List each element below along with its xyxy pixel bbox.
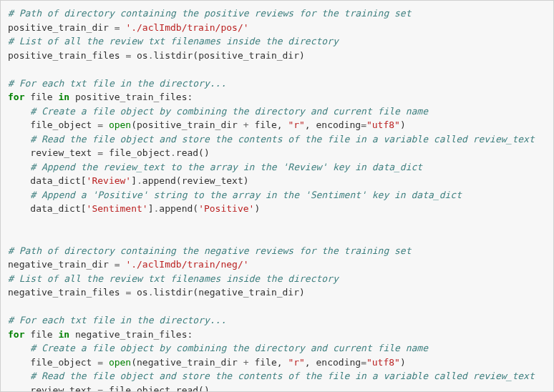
operator: . — [148, 50, 154, 61]
code-text: negative_train_files: — [69, 329, 193, 340]
string-literal: 'Sentiment' — [87, 203, 148, 214]
code-text: file — [24, 329, 58, 340]
operator: + — [243, 357, 249, 368]
string-literal: "r" — [288, 357, 304, 368]
code-text: data_dict[ — [8, 203, 87, 214]
string-literal: 'Review' — [87, 175, 132, 186]
code-text: negative_train_files — [8, 287, 125, 298]
indent — [8, 190, 30, 200]
code-text: ) — [400, 119, 406, 130]
code-text: , encoding — [305, 357, 361, 368]
code-text: positive_train_dir — [8, 22, 115, 33]
string-literal: "utf8" — [366, 357, 400, 368]
comment: # List of all the review txt filenames i… — [8, 273, 339, 284]
code-text — [103, 357, 109, 368]
code-text: listdir(positive_train_dir) — [154, 50, 305, 61]
operator: = — [97, 147, 103, 158]
code-text: append( — [159, 203, 198, 214]
comment: # Create a file object by combining the … — [30, 106, 428, 117]
code-text: positive_train_files: — [69, 92, 193, 102]
keyword-in: in — [58, 92, 69, 102]
operator: . — [170, 385, 176, 393]
operator: . — [170, 147, 176, 158]
code-text: ) — [400, 357, 406, 368]
code-text: listdir(negative_train_dir) — [154, 287, 305, 298]
keyword-for: for — [8, 92, 24, 102]
keyword-for: for — [8, 329, 24, 340]
operator: = — [361, 357, 366, 368]
code-text: file, — [249, 357, 288, 368]
operator: = — [97, 385, 103, 393]
code-text: data_dict[ — [8, 175, 87, 186]
builtin-open: open — [109, 357, 131, 368]
operator: . — [148, 287, 154, 298]
comment: # For each txt file in the directory... — [8, 315, 226, 325]
comment: # Read the file object and store the con… — [30, 371, 534, 381]
indent — [8, 106, 30, 117]
operator: = — [361, 119, 366, 130]
comment: # Path of directory containing the posit… — [8, 8, 412, 19]
code-text: file_object — [103, 147, 170, 158]
string-literal: 'Positive' — [198, 203, 254, 214]
string-literal: "utf8" — [366, 119, 400, 130]
code-text: os — [131, 287, 147, 298]
indent — [8, 134, 30, 144]
code-text: file_object — [8, 119, 97, 130]
string-literal: './aclImdb/train/neg/' — [125, 259, 248, 270]
indent — [8, 371, 30, 381]
code-text: negative_train_dir — [8, 259, 115, 270]
operator: + — [243, 119, 249, 130]
comment: # Append the review_text to the array in… — [30, 162, 422, 172]
code-text: read() — [176, 385, 210, 393]
code-text: ] — [131, 175, 137, 186]
code-text: review_text — [8, 147, 97, 158]
code-text: review_text — [8, 385, 97, 393]
code-text: , encoding — [305, 119, 361, 130]
code-text: file — [24, 92, 58, 102]
comment: # List of all the review txt filenames i… — [8, 36, 339, 46]
comment: # Read the file object and store the con… — [30, 134, 534, 144]
indent — [8, 343, 30, 353]
indent — [8, 162, 30, 172]
code-text: ) — [254, 203, 260, 214]
comment: # For each txt file in the directory... — [8, 78, 226, 89]
code-text: (negative_train_dir — [131, 357, 243, 368]
comment: # Path of directory containing the negat… — [8, 245, 412, 256]
code-text: positive_train_files — [8, 50, 125, 61]
comment: # Create a file object by combining the … — [30, 343, 428, 353]
code-text — [103, 119, 109, 130]
operator: = — [97, 119, 103, 130]
string-literal: './aclImdb/train/pos/' — [125, 22, 248, 33]
code-text: append(review_text) — [142, 175, 249, 186]
code-text: file_object — [103, 385, 170, 393]
code-text: file_object — [8, 357, 97, 368]
python-code-cell: # Path of directory containing the posit… — [0, 0, 554, 392]
code-text: ] — [148, 203, 154, 214]
code-text: read() — [176, 147, 210, 158]
operator: = — [115, 22, 120, 33]
keyword-in: in — [58, 329, 69, 340]
code-text: file, — [249, 119, 288, 130]
operator: = — [115, 259, 120, 270]
code-text: os — [131, 50, 147, 61]
code-text: (positive_train_dir — [131, 119, 243, 130]
comment: # Append a 'Positive' string to the arra… — [30, 190, 462, 200]
operator: = — [97, 357, 103, 368]
builtin-open: open — [109, 119, 131, 130]
operator: . — [137, 175, 142, 186]
string-literal: "r" — [288, 119, 304, 130]
